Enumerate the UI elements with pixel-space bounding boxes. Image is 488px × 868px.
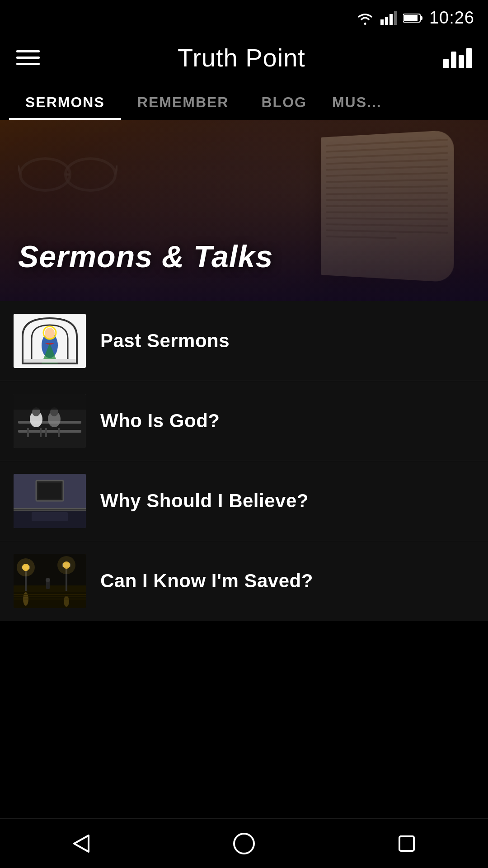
svg-rect-25 — [40, 428, 42, 437]
list-item[interactable]: Who Is God? — [0, 381, 488, 461]
battery-icon — [403, 13, 423, 24]
status-bar: 10:26 — [0, 0, 488, 32]
tab-sermons[interactable]: SERMONS — [9, 83, 121, 120]
tab-remember[interactable]: REMEMBER — [121, 83, 245, 120]
hero-banner: Sermons & Talks — [0, 120, 488, 301]
svg-marker-56 — [74, 835, 89, 852]
sermon-thumb-why-believe — [14, 474, 86, 528]
svg-point-48 — [57, 556, 75, 574]
hero-title: Sermons & Talks — [18, 239, 273, 274]
sermon-thumb-past-sermons — [14, 314, 86, 368]
app-header: Truth Point — [0, 32, 488, 83]
svg-rect-0 — [380, 19, 384, 25]
sermon-label-who-is-god: Who Is God? — [100, 410, 220, 432]
svg-rect-27 — [58, 428, 60, 437]
svg-point-52 — [46, 578, 50, 582]
sermon-thumb-who-is-god — [14, 394, 86, 448]
svg-rect-33 — [38, 483, 61, 499]
back-button[interactable] — [54, 826, 108, 862]
wifi-icon — [356, 11, 374, 25]
list-item[interactable]: Why Should I Believe? — [0, 461, 488, 541]
sermon-label-why-believe: Why Should I Believe? — [100, 490, 309, 512]
chart-icon[interactable] — [443, 48, 472, 68]
svg-rect-58 — [399, 836, 414, 851]
sermon-label-can-i-know: Can I Know I'm Saved? — [100, 570, 313, 592]
home-button[interactable] — [217, 826, 271, 862]
status-icons: 10:26 — [356, 8, 474, 28]
tab-blog[interactable]: BLOG — [245, 83, 323, 120]
hero-overlay — [0, 120, 488, 301]
sermon-label-past: Past Sermons — [100, 330, 230, 352]
svg-rect-36 — [32, 512, 68, 521]
signal-icon — [380, 11, 397, 25]
list-item[interactable]: Can I Know I'm Saved? — [0, 541, 488, 621]
svg-rect-1 — [385, 17, 388, 25]
svg-rect-16 — [23, 359, 76, 363]
svg-rect-28 — [14, 394, 86, 410]
tab-music[interactable]: MUS... — [323, 83, 391, 120]
hamburger-icon[interactable] — [16, 50, 40, 65]
tabs-bar: SERMONS REMEMBER BLOG MUS... — [0, 83, 488, 120]
svg-point-50 — [64, 596, 69, 607]
svg-point-57 — [234, 834, 254, 854]
svg-rect-24 — [27, 428, 29, 437]
bottom-nav — [0, 818, 488, 868]
status-time: 10:26 — [429, 8, 474, 28]
svg-point-47 — [17, 558, 35, 576]
recent-apps-button[interactable] — [380, 826, 434, 862]
sermon-list: Past Sermons — [0, 301, 488, 621]
list-item[interactable]: Past Sermons — [0, 301, 488, 381]
svg-rect-5 — [420, 16, 422, 20]
svg-rect-3 — [394, 11, 397, 25]
sermon-thumb-can-i-know — [14, 554, 86, 608]
svg-rect-2 — [389, 14, 393, 25]
svg-rect-26 — [45, 428, 47, 437]
svg-rect-6 — [404, 15, 418, 21]
app-title: Truth Point — [178, 43, 305, 72]
